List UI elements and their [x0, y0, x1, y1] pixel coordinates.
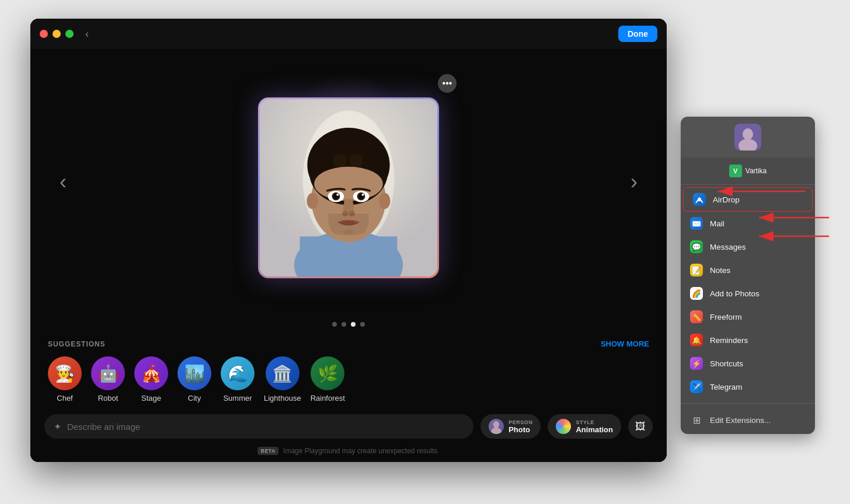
- suggestion-rainforest[interactable]: 🌿 Rainforest: [311, 356, 345, 402]
- share-contact-section: V Vartika: [681, 158, 815, 185]
- lighthouse-label: Lighthouse: [264, 394, 301, 402]
- nav-left-button[interactable]: ‹: [42, 158, 84, 206]
- beta-bar: BETA Image Playground may create unexpec…: [257, 447, 439, 462]
- mail-icon: ✉️: [690, 217, 703, 230]
- add-to-photos-menu-item[interactable]: 🌈 Add to Photos: [681, 282, 815, 305]
- messages-label: Messages: [710, 243, 746, 251]
- svg-point-28: [344, 230, 353, 235]
- style-label-group: STYLE Animation: [576, 419, 613, 434]
- share-avatar: [734, 124, 761, 150]
- gallery-button[interactable]: 🖼: [628, 414, 653, 439]
- stage-label: Stage: [141, 394, 161, 402]
- suggestions-section: SUGGESTIONS SHOW MORE 👨‍🍳 Chef 🤖 Robot 🎪…: [30, 334, 667, 410]
- messages-menu-item[interactable]: 💬 Messages: [681, 235, 815, 258]
- airdrop-label: AirDrop: [713, 195, 740, 204]
- svg-point-15: [333, 154, 347, 168]
- svg-point-30: [491, 428, 501, 434]
- share-menu-header: [681, 117, 815, 158]
- reminders-menu-item[interactable]: 🔔 Reminders: [681, 328, 815, 352]
- suggestion-stage[interactable]: 🎪 Stage: [134, 356, 168, 402]
- telegram-menu-item[interactable]: ✈️ Telegram: [681, 375, 815, 398]
- lighthouse-icon: 🏛️: [266, 356, 299, 390]
- svg-point-7: [379, 193, 391, 209]
- style-name: Animation: [576, 425, 613, 434]
- suggestion-lighthouse[interactable]: 🏛️ Lighthouse: [264, 356, 301, 402]
- freeform-icon: ✏️: [690, 310, 703, 323]
- suggestion-chef[interactable]: 👨‍🍳 Chef: [48, 356, 82, 402]
- edit-extensions-icon: ⊞: [690, 414, 703, 426]
- style-caption: STYLE: [576, 419, 613, 425]
- pagination-dots: [332, 322, 365, 327]
- shortcuts-icon: ⚡: [690, 357, 703, 370]
- vartika-row[interactable]: V Vartika: [729, 164, 767, 177]
- chef-label: Chef: [57, 394, 72, 402]
- dot-4[interactable]: [360, 322, 365, 327]
- freeform-label: Freeform: [710, 313, 742, 321]
- suggestion-city[interactable]: 🏙️ City: [177, 356, 211, 402]
- suggestions-header: SUGGESTIONS SHOW MORE: [48, 340, 649, 348]
- maximize-button[interactable]: [65, 30, 74, 38]
- main-content: ‹: [30, 49, 667, 462]
- style-orb: [556, 419, 571, 434]
- title-bar: ‹ Done: [30, 19, 667, 49]
- nav-right-button[interactable]: ›: [613, 158, 655, 206]
- dot-3[interactable]: [351, 322, 356, 327]
- mail-menu-item[interactable]: ✉️ Mail: [681, 212, 815, 235]
- notes-menu-item[interactable]: 📝 Notes: [681, 258, 815, 282]
- suggestions-row: 👨‍🍳 Chef 🤖 Robot 🎪 Stage 🏙️ City 🌊: [48, 356, 649, 402]
- person-name: Photo: [508, 425, 532, 434]
- messages-icon: 💬: [690, 240, 703, 253]
- style-button[interactable]: STYLE Animation: [548, 414, 621, 439]
- app-window: ‹ Done ‹: [30, 19, 667, 462]
- menu-items: AirDrop ✉️ Mail 💬 Messages 📝 Notes 🌈 Add: [681, 185, 815, 401]
- traffic-lights: [40, 30, 74, 38]
- suggestions-title: SUGGESTIONS: [48, 340, 106, 348]
- minimize-button[interactable]: [53, 30, 61, 38]
- city-label: City: [188, 394, 201, 402]
- stage-icon: 🎪: [134, 356, 168, 390]
- svg-point-29: [493, 421, 499, 428]
- airdrop-menu-item[interactable]: AirDrop: [683, 187, 813, 212]
- vartika-initial: V: [729, 164, 742, 177]
- search-input-area[interactable]: ✦ Describe an image: [44, 414, 473, 439]
- person-caption: PERSON: [508, 419, 532, 425]
- suggestion-robot[interactable]: 🤖 Robot: [91, 356, 125, 402]
- mail-label: Mail: [710, 219, 724, 228]
- done-button[interactable]: Done: [618, 26, 657, 42]
- robot-label: Robot: [98, 394, 119, 402]
- telegram-icon: ✈️: [690, 380, 703, 393]
- dot-2[interactable]: [342, 322, 346, 327]
- shortcuts-label: Shortcuts: [710, 359, 743, 368]
- edit-extensions-item[interactable]: ⊞ Edit Extensions...: [681, 408, 815, 432]
- reminders-icon: 🔔: [690, 334, 703, 346]
- reminders-label: Reminders: [710, 336, 748, 345]
- svg-point-6: [306, 193, 318, 209]
- person-label-group: PERSON Photo: [508, 419, 532, 434]
- show-more-button[interactable]: SHOW MORE: [601, 340, 649, 348]
- dot-1[interactable]: [332, 322, 337, 327]
- city-icon: 🏙️: [177, 356, 211, 390]
- chef-icon: 👨‍🍳: [48, 356, 82, 390]
- close-button[interactable]: [40, 30, 48, 38]
- vartika-label: Vartika: [746, 167, 767, 175]
- shortcuts-menu-item[interactable]: ⚡ Shortcuts: [681, 352, 815, 375]
- menu-footer: ⊞ Edit Extensions...: [681, 406, 815, 434]
- person-button[interactable]: PERSON Photo: [480, 414, 541, 439]
- beta-text: Image Playground may create unexpected r…: [283, 447, 439, 455]
- suggestion-summer[interactable]: 🌊 Summer: [221, 356, 255, 402]
- svg-point-25: [362, 194, 364, 196]
- freeform-menu-item[interactable]: ✏️ Freeform: [681, 305, 815, 328]
- svg-point-16: [349, 154, 363, 168]
- image-area: ‹: [30, 49, 667, 315]
- add-to-photos-label: Add to Photos: [710, 289, 760, 298]
- more-options-button[interactable]: •••: [438, 74, 457, 93]
- beta-badge: BETA: [257, 447, 278, 455]
- back-button[interactable]: ‹: [85, 28, 89, 40]
- rainforest-icon: 🌿: [311, 356, 344, 390]
- sparkle-icon: ✦: [54, 421, 61, 432]
- share-menu: V Vartika AirDrop ✉️ Mail 💬: [681, 117, 815, 434]
- telegram-label: Telegram: [710, 383, 743, 391]
- summer-icon: 🌊: [221, 356, 255, 390]
- search-placeholder: Describe an image: [67, 422, 140, 432]
- summer-label: Summer: [223, 394, 252, 402]
